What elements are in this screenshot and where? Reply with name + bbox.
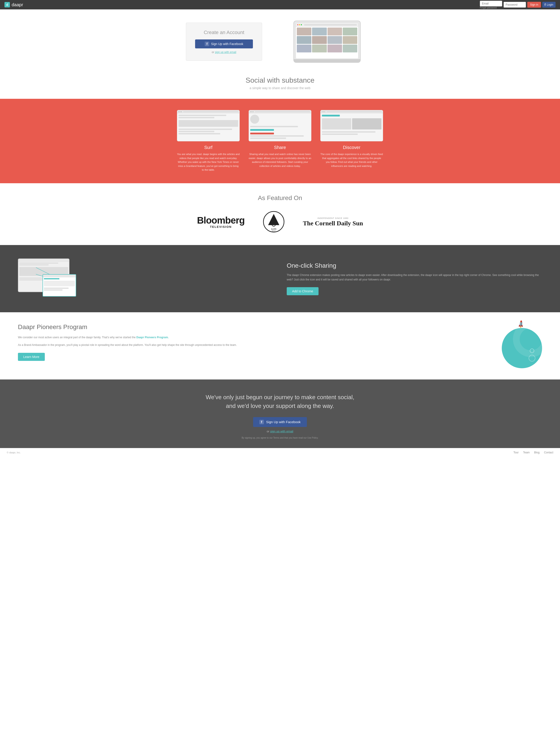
teal-circle	[502, 328, 542, 368]
hero-section: Create an Account f Sign Up with Faceboo…	[0, 9, 560, 69]
pioneers-para1: We consider our most active users an int…	[18, 335, 484, 339]
featured-section: As Featured On Bloomberg TELEVISION SLOP…	[0, 183, 560, 245]
cta-heading: We've only just begun our journey to mak…	[201, 393, 359, 410]
cta-terms: By signing up, you agree to our Terms an…	[18, 437, 542, 439]
logo-icon: d	[4, 2, 10, 7]
laptop-mockup	[293, 21, 361, 63]
cornell-daily-sun-logo: INDEPENDENT SINCE 1880 The Cornell Daily…	[303, 217, 363, 227]
fb-login-label: Login	[547, 3, 553, 6]
fb-icon: f	[545, 3, 546, 6]
surf-mockup	[177, 110, 240, 141]
features-section: Surf You are what you read. daapr begins…	[0, 99, 560, 183]
or-signup-text: or sign up with email	[195, 51, 253, 54]
share-desc: Sharing what you read and watch online h…	[249, 152, 311, 168]
rocket-icon: 🚀	[516, 320, 526, 329]
bloomberg-logo: Bloomberg TELEVISION	[197, 216, 245, 229]
tagline-section: Social with substance a simple way to sh…	[0, 69, 560, 99]
signup-card: Create an Account f Sign Up with Faceboo…	[186, 23, 262, 61]
chrome-text: One-click Sharing The daapr Chrome exten…	[287, 262, 542, 295]
surf-desc: You are what you read. daapr begins with…	[177, 152, 240, 172]
footer-blog-link[interactable]: Blog	[534, 451, 540, 454]
featured-heading: As Featured On	[13, 194, 547, 201]
laptop-screen	[296, 23, 359, 59]
logo-text: daapr	[12, 2, 23, 7]
feature-share: Share Sharing what you read and watch on…	[249, 110, 311, 172]
nav-right: Forgot password Sign in f Login	[480, 1, 556, 9]
pioneers-para2: As a Brand Ambassador in the program, yo…	[18, 343, 484, 347]
email-input[interactable]	[480, 1, 502, 6]
tagline-heading: Social with substance	[4, 76, 556, 85]
footer-tour-link[interactable]: Tour	[514, 451, 519, 454]
tagline-sub: a simple way to share and discover the w…	[4, 86, 556, 90]
fb-icon-small: f	[205, 42, 209, 46]
pioneers-heading: Daapr Pioneers Program	[18, 323, 484, 331]
pioneers-section: Daapr Pioneers Program We consider our m…	[0, 312, 560, 380]
cta-email-link[interactable]: sign up with email	[270, 430, 293, 433]
svg-marker-1	[268, 214, 279, 225]
fb-login-button[interactable]: f Login	[542, 2, 556, 8]
footer-links: Tour Team Blog Contact	[514, 451, 553, 454]
discover-title: Discover	[320, 145, 383, 150]
nav-logo: d daapr	[4, 2, 23, 7]
cta-fb-label: Sign Up with Facebook	[266, 420, 301, 424]
discover-desc: The core of the daapr experience is a vi…	[320, 152, 383, 168]
discover-mockup	[320, 110, 383, 141]
cta-section: We've only just begun our journey to mak…	[0, 380, 560, 448]
hero-fb-signup-button[interactable]: f Sign Up with Facebook	[195, 39, 253, 48]
pioneers-graphic: 🚀	[497, 323, 542, 368]
feature-surf: Surf You are what you read. daapr begins…	[177, 110, 240, 172]
footer-team-link[interactable]: Team	[523, 451, 530, 454]
surf-title: Surf	[177, 145, 240, 150]
chrome-ext-section: One-click Sharing The daapr Chrome exten…	[0, 245, 560, 312]
share-title: Share	[249, 145, 311, 150]
svg-text:SLOPE: SLOPE	[271, 228, 276, 230]
cta-fb-icon: f	[259, 420, 264, 424]
featured-logos: Bloomberg TELEVISION SLOPE MEDIA INDEPEN…	[13, 210, 547, 234]
chrome-mini-window	[42, 274, 76, 297]
hero-fb-signup-label: Sign Up with Facebook	[211, 42, 243, 46]
password-input[interactable]	[504, 2, 526, 8]
pioneers-text: Daapr Pioneers Program We consider our m…	[18, 323, 484, 361]
copyright: © daapr, Inc.	[7, 451, 21, 454]
pioneers-bold: Daapr Pioneers Program.	[136, 336, 169, 339]
hero-laptop	[280, 21, 374, 63]
slope-media-logo: SLOPE MEDIA	[263, 210, 285, 234]
feature-discover: Discover The core of the daapr experienc…	[320, 110, 383, 172]
signin-button[interactable]: Sign in	[527, 2, 541, 8]
svg-text:MEDIA: MEDIA	[272, 230, 276, 232]
chrome-mockup	[18, 256, 273, 301]
cta-or-text: or sign up with email	[18, 430, 542, 433]
learn-more-button[interactable]: Learn More	[18, 353, 45, 361]
create-account-title: Create an Account	[195, 30, 253, 35]
chrome-desc: The daapr Chrome extension makes posting…	[287, 273, 542, 282]
cta-fb-signup-button[interactable]: f Sign Up with Facebook	[253, 417, 307, 427]
forgot-password-link[interactable]: Forgot password	[480, 7, 497, 9]
footer-contact-link[interactable]: Contact	[544, 451, 553, 454]
chrome-heading: One-click Sharing	[287, 262, 542, 269]
footer: © daapr, Inc. Tour Team Blog Contact	[0, 448, 560, 457]
share-mockup	[249, 110, 311, 141]
signup-email-link[interactable]: sign up with email	[215, 51, 236, 54]
navbar: d daapr Forgot password Sign in f Login	[0, 0, 560, 9]
add-to-chrome-button[interactable]: Add to Chrome	[287, 287, 318, 295]
